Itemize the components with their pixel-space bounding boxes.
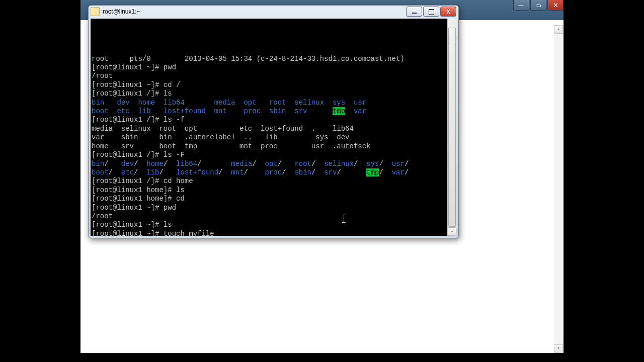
- dir: selinux: [324, 160, 354, 168]
- dir: usr: [392, 160, 405, 168]
- slash: /: [159, 168, 176, 176]
- bg-close-button[interactable]: ✕: [547, 0, 564, 11]
- command: cd /: [164, 81, 181, 89]
- command: pwd: [164, 204, 176, 212]
- dir: opt: [265, 160, 278, 168]
- terminal-scrollbar[interactable]: ▴ ▾: [447, 19, 456, 236]
- slash: /: [278, 160, 295, 168]
- dir: bin: [92, 160, 104, 168]
- ls-dirs: usr: [345, 99, 366, 107]
- putty-icon: [91, 7, 100, 16]
- slash: /: [379, 160, 391, 168]
- prompt: [root@linux1 ~]#: [92, 63, 164, 71]
- slash: /: [337, 168, 366, 176]
- command: ls: [176, 186, 185, 194]
- prompt: [root@linux1 home]#: [92, 186, 176, 194]
- tmp-dir: tmp: [366, 168, 379, 176]
- youtube-bar: [80, 353, 564, 362]
- command: ls -f: [164, 116, 185, 124]
- slash: /: [282, 168, 294, 176]
- putty-close-button[interactable]: X: [440, 7, 456, 17]
- prompt: [root@linux1 /]#: [92, 116, 164, 124]
- slash: /: [379, 168, 391, 176]
- terminal-output: root pts/0 2013-04-05 15:34 (c-24-8-214-…: [91, 45, 456, 236]
- dir: etc: [121, 168, 134, 176]
- scroll-down-icon[interactable]: ▾: [448, 227, 456, 236]
- command: pwd: [164, 63, 176, 71]
- slash: /: [134, 160, 146, 168]
- slash: /: [197, 160, 231, 168]
- dir: srv: [324, 168, 337, 176]
- command: touch myfile: [164, 230, 214, 236]
- command: cd home: [164, 177, 193, 185]
- slash: /: [311, 160, 324, 168]
- tmp-dir: tmp: [333, 107, 345, 115]
- slash: /: [354, 160, 366, 168]
- dir: sys: [366, 160, 379, 168]
- dir: proc: [265, 168, 282, 176]
- terminal[interactable]: ▴ ▾ root pts/0 2013-04-05 15:34 (c-24-8-…: [91, 19, 456, 236]
- bg-maximize-button[interactable]: ▭: [530, 0, 546, 11]
- dir: sbin: [294, 168, 311, 176]
- putty-window: root@linux1:~ X ▴ ▾ root pts/0 2013-04-0…: [88, 5, 459, 238]
- prompt: [root@linux1 ~]#: [92, 81, 164, 89]
- putty-titlebar[interactable]: root@linux1:~ X: [89, 6, 458, 18]
- putty-minimize-button[interactable]: [406, 7, 422, 17]
- output: home srv boot tmp mnt proc usr .autofsck: [92, 142, 371, 150]
- command: ls -F: [164, 151, 185, 159]
- bg-scroll-up-icon[interactable]: ▴: [554, 25, 562, 34]
- slash: /: [405, 168, 409, 176]
- dir: mnt: [231, 168, 244, 176]
- slash: /: [244, 168, 265, 176]
- prompt: [root@linux1 /]#: [92, 89, 164, 98]
- putty-title-text: root@linux1:~: [103, 8, 406, 15]
- background-window-controls: ─ ▭ ✕: [512, 0, 564, 11]
- putty-maximize-button[interactable]: [423, 7, 439, 17]
- command: cd: [176, 195, 185, 203]
- prompt: [root@linux1 /]#: [92, 151, 164, 159]
- slash: /: [104, 160, 121, 168]
- background-scrollbar[interactable]: ▴ ▾: [554, 25, 562, 353]
- slash: /: [134, 168, 146, 176]
- output: /root: [92, 212, 113, 220]
- dir: root: [294, 160, 311, 168]
- prompt: [root@linux1 home]#: [92, 195, 176, 203]
- letterbox-left: [0, 0, 80, 362]
- slash: /: [252, 160, 265, 168]
- dir: var: [392, 168, 405, 176]
- ls-dirs: bin dev home lib64 media opt root selinu…: [92, 99, 345, 107]
- output: media selinux root opt etc lost+found . …: [92, 125, 354, 133]
- output: /root: [92, 72, 113, 80]
- prompt: [root@linux1 ~]#: [92, 204, 164, 212]
- bg-minimize-button[interactable]: ─: [513, 0, 529, 11]
- prompt: [root@linux1 /]#: [92, 177, 164, 185]
- dir: media: [231, 160, 252, 168]
- slash: /: [218, 168, 231, 176]
- command: ls: [164, 89, 172, 98]
- text-cursor-ibeam: [344, 215, 344, 223]
- letterbox-right: [564, 0, 644, 362]
- command: ls: [164, 221, 172, 229]
- ls-dirs: boot etc lib lost+found mnt proc sbin sr…: [92, 107, 333, 115]
- slash: /: [164, 160, 176, 168]
- prompt: [root@linux1 ~]#: [92, 230, 164, 236]
- slash: /: [311, 168, 324, 176]
- putty-window-controls: X: [406, 7, 456, 17]
- slash: /: [109, 168, 121, 176]
- output: var sbin bin .autorelabel .. lib sys dev: [92, 133, 349, 141]
- bg-scroll-down-icon[interactable]: ▾: [554, 344, 562, 353]
- dir: boot: [92, 168, 109, 176]
- dir: lost+found: [176, 168, 218, 176]
- dir: dev: [121, 160, 134, 168]
- dir: lib64: [176, 160, 197, 168]
- dir: lib: [146, 168, 159, 176]
- scroll-thumb[interactable]: [448, 28, 456, 227]
- login-line: root pts/0 2013-04-05 15:34 (c-24-8-214-…: [92, 55, 405, 63]
- ls-dirs: var: [345, 107, 366, 115]
- dir: home: [146, 160, 164, 168]
- prompt: [root@linux1 ~]#: [92, 221, 164, 229]
- slash: /: [405, 160, 409, 168]
